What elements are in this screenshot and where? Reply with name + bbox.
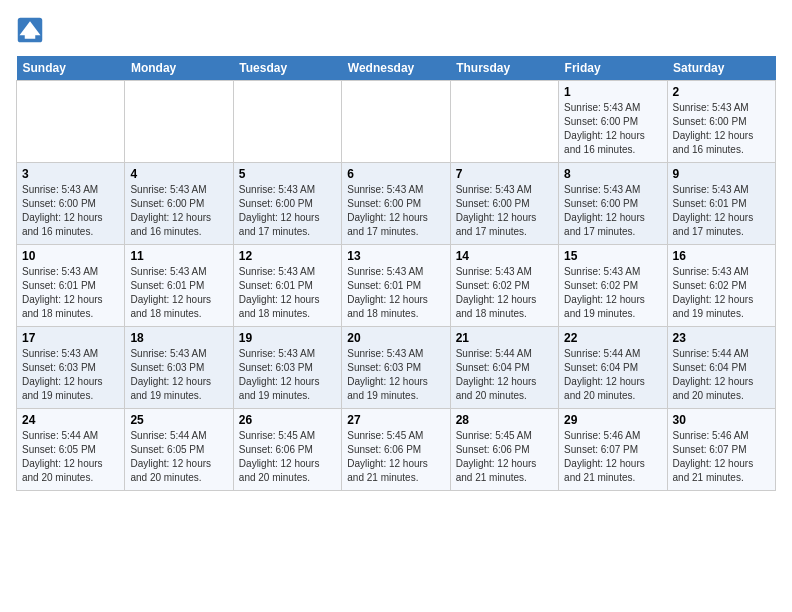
- day-info: Sunrise: 5:43 AM Sunset: 6:00 PM Dayligh…: [564, 183, 661, 239]
- calendar-body: 1Sunrise: 5:43 AM Sunset: 6:00 PM Daylig…: [17, 81, 776, 491]
- day-number: 4: [130, 167, 227, 181]
- calendar-cell: [233, 81, 341, 163]
- calendar-cell: 12Sunrise: 5:43 AM Sunset: 6:01 PM Dayli…: [233, 245, 341, 327]
- calendar-week-row: 10Sunrise: 5:43 AM Sunset: 6:01 PM Dayli…: [17, 245, 776, 327]
- day-number: 11: [130, 249, 227, 263]
- calendar-cell: 1Sunrise: 5:43 AM Sunset: 6:00 PM Daylig…: [559, 81, 667, 163]
- calendar-cell: 6Sunrise: 5:43 AM Sunset: 6:00 PM Daylig…: [342, 163, 450, 245]
- day-number: 21: [456, 331, 553, 345]
- calendar-cell: 7Sunrise: 5:43 AM Sunset: 6:00 PM Daylig…: [450, 163, 558, 245]
- calendar-cell: 14Sunrise: 5:43 AM Sunset: 6:02 PM Dayli…: [450, 245, 558, 327]
- calendar-cell: 15Sunrise: 5:43 AM Sunset: 6:02 PM Dayli…: [559, 245, 667, 327]
- day-number: 17: [22, 331, 119, 345]
- day-number: 27: [347, 413, 444, 427]
- calendar-cell: [450, 81, 558, 163]
- day-info: Sunrise: 5:43 AM Sunset: 6:00 PM Dayligh…: [347, 183, 444, 239]
- day-info: Sunrise: 5:43 AM Sunset: 6:00 PM Dayligh…: [673, 101, 770, 157]
- day-info: Sunrise: 5:43 AM Sunset: 6:03 PM Dayligh…: [347, 347, 444, 403]
- calendar-cell: 21Sunrise: 5:44 AM Sunset: 6:04 PM Dayli…: [450, 327, 558, 409]
- calendar-cell: 22Sunrise: 5:44 AM Sunset: 6:04 PM Dayli…: [559, 327, 667, 409]
- day-number: 8: [564, 167, 661, 181]
- calendar-cell: 30Sunrise: 5:46 AM Sunset: 6:07 PM Dayli…: [667, 409, 775, 491]
- day-number: 22: [564, 331, 661, 345]
- svg-rect-2: [25, 32, 36, 39]
- day-number: 3: [22, 167, 119, 181]
- day-header: Thursday: [450, 56, 558, 81]
- calendar-cell: 24Sunrise: 5:44 AM Sunset: 6:05 PM Dayli…: [17, 409, 125, 491]
- day-info: Sunrise: 5:43 AM Sunset: 6:01 PM Dayligh…: [22, 265, 119, 321]
- day-info: Sunrise: 5:45 AM Sunset: 6:06 PM Dayligh…: [347, 429, 444, 485]
- calendar-cell: [342, 81, 450, 163]
- header-row: SundayMondayTuesdayWednesdayThursdayFrid…: [17, 56, 776, 81]
- day-info: Sunrise: 5:44 AM Sunset: 6:05 PM Dayligh…: [22, 429, 119, 485]
- calendar-cell: 3Sunrise: 5:43 AM Sunset: 6:00 PM Daylig…: [17, 163, 125, 245]
- day-info: Sunrise: 5:44 AM Sunset: 6:05 PM Dayligh…: [130, 429, 227, 485]
- calendar-cell: 11Sunrise: 5:43 AM Sunset: 6:01 PM Dayli…: [125, 245, 233, 327]
- day-info: Sunrise: 5:44 AM Sunset: 6:04 PM Dayligh…: [673, 347, 770, 403]
- day-info: Sunrise: 5:43 AM Sunset: 6:02 PM Dayligh…: [673, 265, 770, 321]
- calendar-cell: [17, 81, 125, 163]
- day-info: Sunrise: 5:43 AM Sunset: 6:02 PM Dayligh…: [564, 265, 661, 321]
- calendar-cell: 28Sunrise: 5:45 AM Sunset: 6:06 PM Dayli…: [450, 409, 558, 491]
- day-info: Sunrise: 5:43 AM Sunset: 6:00 PM Dayligh…: [130, 183, 227, 239]
- day-info: Sunrise: 5:43 AM Sunset: 6:01 PM Dayligh…: [673, 183, 770, 239]
- calendar-cell: 23Sunrise: 5:44 AM Sunset: 6:04 PM Dayli…: [667, 327, 775, 409]
- day-info: Sunrise: 5:43 AM Sunset: 6:02 PM Dayligh…: [456, 265, 553, 321]
- calendar-cell: 25Sunrise: 5:44 AM Sunset: 6:05 PM Dayli…: [125, 409, 233, 491]
- calendar-cell: 27Sunrise: 5:45 AM Sunset: 6:06 PM Dayli…: [342, 409, 450, 491]
- calendar-cell: 9Sunrise: 5:43 AM Sunset: 6:01 PM Daylig…: [667, 163, 775, 245]
- calendar-cell: 26Sunrise: 5:45 AM Sunset: 6:06 PM Dayli…: [233, 409, 341, 491]
- day-header: Monday: [125, 56, 233, 81]
- day-number: 20: [347, 331, 444, 345]
- day-header: Friday: [559, 56, 667, 81]
- day-number: 10: [22, 249, 119, 263]
- day-info: Sunrise: 5:43 AM Sunset: 6:00 PM Dayligh…: [456, 183, 553, 239]
- day-number: 24: [22, 413, 119, 427]
- day-number: 5: [239, 167, 336, 181]
- day-info: Sunrise: 5:44 AM Sunset: 6:04 PM Dayligh…: [456, 347, 553, 403]
- day-info: Sunrise: 5:43 AM Sunset: 6:03 PM Dayligh…: [130, 347, 227, 403]
- day-info: Sunrise: 5:43 AM Sunset: 6:03 PM Dayligh…: [239, 347, 336, 403]
- day-number: 29: [564, 413, 661, 427]
- page-header: [16, 16, 776, 44]
- day-info: Sunrise: 5:43 AM Sunset: 6:01 PM Dayligh…: [347, 265, 444, 321]
- calendar-cell: 8Sunrise: 5:43 AM Sunset: 6:00 PM Daylig…: [559, 163, 667, 245]
- day-number: 1: [564, 85, 661, 99]
- day-number: 26: [239, 413, 336, 427]
- day-number: 25: [130, 413, 227, 427]
- day-number: 19: [239, 331, 336, 345]
- day-info: Sunrise: 5:43 AM Sunset: 6:03 PM Dayligh…: [22, 347, 119, 403]
- calendar-cell: 20Sunrise: 5:43 AM Sunset: 6:03 PM Dayli…: [342, 327, 450, 409]
- day-number: 9: [673, 167, 770, 181]
- logo: [16, 16, 48, 44]
- day-info: Sunrise: 5:45 AM Sunset: 6:06 PM Dayligh…: [239, 429, 336, 485]
- day-number: 12: [239, 249, 336, 263]
- day-number: 6: [347, 167, 444, 181]
- day-number: 16: [673, 249, 770, 263]
- day-info: Sunrise: 5:46 AM Sunset: 6:07 PM Dayligh…: [564, 429, 661, 485]
- calendar-cell: 29Sunrise: 5:46 AM Sunset: 6:07 PM Dayli…: [559, 409, 667, 491]
- day-info: Sunrise: 5:44 AM Sunset: 6:04 PM Dayligh…: [564, 347, 661, 403]
- calendar-week-row: 17Sunrise: 5:43 AM Sunset: 6:03 PM Dayli…: [17, 327, 776, 409]
- calendar-table: SundayMondayTuesdayWednesdayThursdayFrid…: [16, 56, 776, 491]
- calendar-cell: 19Sunrise: 5:43 AM Sunset: 6:03 PM Dayli…: [233, 327, 341, 409]
- day-number: 14: [456, 249, 553, 263]
- day-number: 7: [456, 167, 553, 181]
- day-header: Tuesday: [233, 56, 341, 81]
- day-info: Sunrise: 5:43 AM Sunset: 6:00 PM Dayligh…: [239, 183, 336, 239]
- calendar-cell: 2Sunrise: 5:43 AM Sunset: 6:00 PM Daylig…: [667, 81, 775, 163]
- calendar-cell: 16Sunrise: 5:43 AM Sunset: 6:02 PM Dayli…: [667, 245, 775, 327]
- day-header: Sunday: [17, 56, 125, 81]
- day-info: Sunrise: 5:45 AM Sunset: 6:06 PM Dayligh…: [456, 429, 553, 485]
- day-header: Wednesday: [342, 56, 450, 81]
- day-info: Sunrise: 5:46 AM Sunset: 6:07 PM Dayligh…: [673, 429, 770, 485]
- day-header: Saturday: [667, 56, 775, 81]
- day-info: Sunrise: 5:43 AM Sunset: 6:01 PM Dayligh…: [239, 265, 336, 321]
- day-number: 18: [130, 331, 227, 345]
- calendar-week-row: 1Sunrise: 5:43 AM Sunset: 6:00 PM Daylig…: [17, 81, 776, 163]
- calendar-week-row: 3Sunrise: 5:43 AM Sunset: 6:00 PM Daylig…: [17, 163, 776, 245]
- day-info: Sunrise: 5:43 AM Sunset: 6:00 PM Dayligh…: [564, 101, 661, 157]
- day-number: 23: [673, 331, 770, 345]
- day-number: 15: [564, 249, 661, 263]
- day-number: 30: [673, 413, 770, 427]
